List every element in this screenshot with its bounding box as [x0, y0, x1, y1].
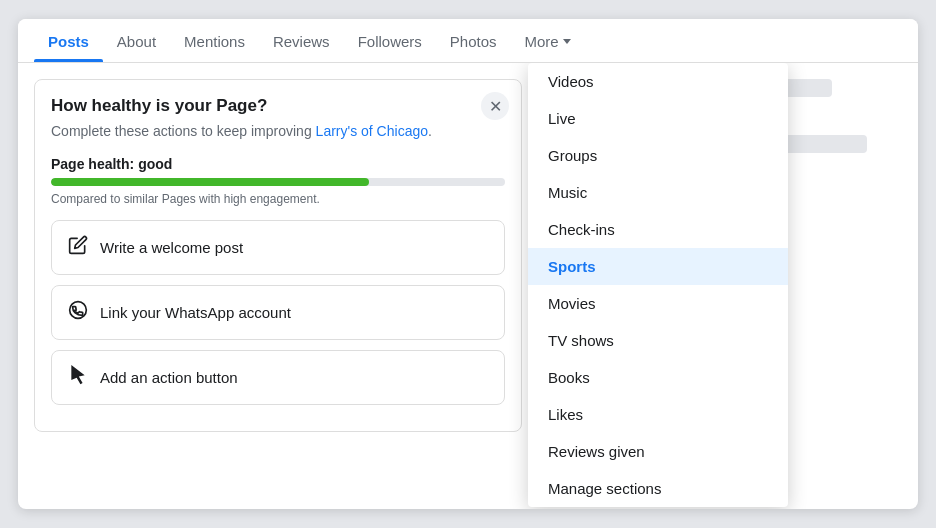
action-item-welcome-post[interactable]: Write a welcome post — [51, 220, 505, 275]
tab-posts[interactable]: Posts — [34, 19, 103, 62]
dropdown-item-manage-sections[interactable]: Manage sections — [528, 470, 788, 507]
action-label-whatsapp: Link your WhatsApp account — [100, 304, 291, 321]
chevron-down-icon — [563, 39, 571, 44]
tab-reviews[interactable]: Reviews — [259, 19, 344, 62]
description-prefix: Complete these actions to keep improving — [51, 123, 316, 139]
health-card-description: Complete these actions to keep improving… — [51, 122, 505, 142]
dropdown-item-movies[interactable]: Movies — [528, 285, 788, 322]
page-health-label: Page health: good — [51, 156, 505, 172]
dropdown-item-live[interactable]: Live — [528, 100, 788, 137]
tab-more[interactable]: More — [511, 19, 585, 62]
progress-bar-fill — [51, 178, 369, 186]
progress-note: Compared to similar Pages with high enga… — [51, 192, 505, 206]
action-label-welcome-post: Write a welcome post — [100, 239, 243, 256]
dropdown-item-check-ins[interactable]: Check-ins — [528, 211, 788, 248]
action-item-action-button[interactable]: Add an action button — [51, 350, 505, 405]
dropdown-menu: Videos Live Groups Music Check-ins Sport… — [528, 63, 788, 507]
action-label-action-button: Add an action button — [100, 369, 238, 386]
health-card-title: How healthy is your Page? — [51, 96, 505, 116]
left-panel: ✕ How healthy is your Page? Complete the… — [18, 63, 538, 509]
dropdown-item-videos[interactable]: Videos — [528, 63, 788, 100]
tab-followers[interactable]: Followers — [344, 19, 436, 62]
close-button[interactable]: ✕ — [481, 92, 509, 120]
svg-point-0 — [70, 301, 87, 318]
dropdown-item-groups[interactable]: Groups — [528, 137, 788, 174]
dropdown-item-sports[interactable]: Sports — [528, 248, 788, 285]
dropdown-item-reviews-given[interactable]: Reviews given — [528, 433, 788, 470]
dropdown-item-books[interactable]: Books — [528, 359, 788, 396]
tab-mentions[interactable]: Mentions — [170, 19, 259, 62]
tab-about[interactable]: About — [103, 19, 170, 62]
main-content: ✕ How healthy is your Page? Complete the… — [18, 63, 918, 509]
dropdown-item-likes[interactable]: Likes — [528, 396, 788, 433]
progress-bar-background — [51, 178, 505, 186]
description-suffix: . — [428, 123, 432, 139]
edit-icon — [68, 235, 88, 260]
tab-photos[interactable]: Photos — [436, 19, 511, 62]
action-item-whatsapp[interactable]: Link your WhatsApp account — [51, 285, 505, 340]
whatsapp-icon — [68, 300, 88, 325]
page-name: Larry's of Chicago — [316, 123, 428, 139]
health-card: ✕ How healthy is your Page? Complete the… — [34, 79, 522, 432]
dropdown-item-music[interactable]: Music — [528, 174, 788, 211]
dropdown-item-tv-shows[interactable]: TV shows — [528, 322, 788, 359]
nav-tabs: Posts About Mentions Reviews Followers P… — [18, 19, 918, 63]
cursor-icon — [68, 365, 88, 390]
more-label: More — [525, 33, 559, 50]
